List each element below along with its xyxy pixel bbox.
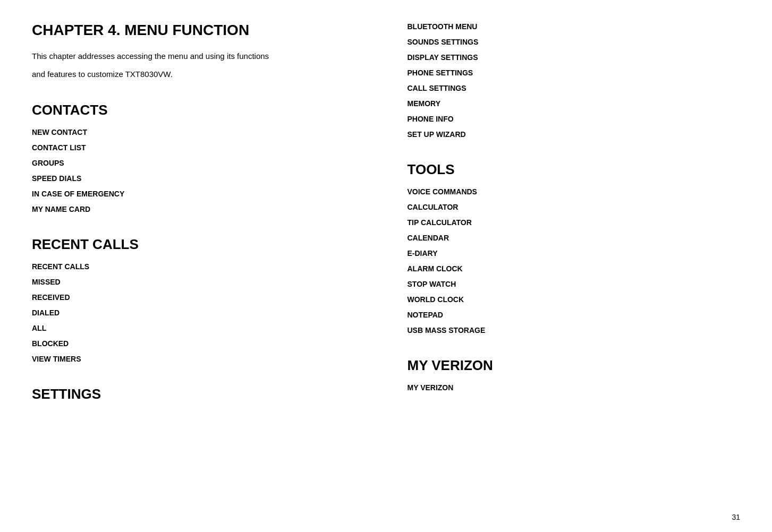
- list-item: TIP CALCULATOR: [408, 217, 741, 228]
- list-item: WORLD CLOCK: [408, 294, 741, 305]
- list-item: PHONE SETTINGS: [408, 67, 741, 79]
- list-item: VIEW TIMERS: [32, 354, 365, 365]
- list-item: MY NAME CARD: [32, 204, 365, 215]
- my-verizon-title: MY VERIZON: [408, 357, 741, 374]
- page-number: 31: [732, 513, 740, 521]
- list-item: DISPLAY SETTINGS: [408, 52, 741, 63]
- list-item: STOP WATCH: [408, 279, 741, 290]
- list-item: SPEED DIALS: [32, 173, 365, 184]
- settings-menu-items: BLUETOOTH MENUSOUNDS SETTINGSDISPLAY SET…: [408, 21, 741, 140]
- list-item: SOUNDS SETTINGS: [408, 37, 741, 48]
- intro-line2: and features to customize TXT8030VW.: [32, 68, 365, 81]
- list-item: CALENDAR: [408, 233, 741, 244]
- list-item: DIALED: [32, 307, 365, 319]
- list-item: CALL SETTINGS: [408, 83, 741, 94]
- list-item: E-DIARY: [408, 248, 741, 259]
- settings-title: SETTINGS: [32, 386, 365, 402]
- my-verizon-items: MY VERIZON: [408, 382, 741, 393]
- intro-line1: This chapter addresses accessing the men…: [32, 50, 365, 63]
- list-item: IN CASE OF EMERGENCY: [32, 188, 365, 200]
- recent-calls-section: RECENT CALLS RECENT CALLSMISSEDRECEIVEDD…: [32, 236, 365, 365]
- list-item: ALL: [32, 323, 365, 334]
- tools-items: VOICE COMMANDSCALCULATORTIP CALCULATORCA…: [408, 186, 741, 336]
- page-title: CHAPTER 4. MENU FUNCTION: [32, 21, 365, 39]
- contacts-section: CONTACTS NEW CONTACTCONTACT LISTGROUPSSP…: [32, 102, 365, 215]
- page-container: CHAPTER 4. MENU FUNCTION This chapter ad…: [32, 21, 740, 411]
- list-item: BLOCKED: [32, 338, 365, 349]
- contacts-items: NEW CONTACTCONTACT LISTGROUPSSPEED DIALS…: [32, 127, 365, 215]
- left-column: CHAPTER 4. MENU FUNCTION This chapter ad…: [32, 21, 386, 411]
- list-item: CALCULATOR: [408, 202, 741, 213]
- my-verizon-section: MY VERIZON MY VERIZON: [408, 357, 741, 393]
- list-item: SET UP WIZARD: [408, 129, 741, 140]
- tools-section: TOOLS VOICE COMMANDSCALCULATORTIP CALCUL…: [408, 161, 741, 336]
- contacts-title: CONTACTS: [32, 102, 365, 118]
- list-item: MEMORY: [408, 98, 741, 109]
- list-item: MY VERIZON: [408, 382, 741, 393]
- list-item: GROUPS: [32, 158, 365, 169]
- list-item: MISSED: [32, 277, 365, 288]
- list-item: PHONE INFO: [408, 114, 741, 125]
- recent-calls-title: RECENT CALLS: [32, 236, 365, 253]
- list-item: CONTACT LIST: [32, 142, 365, 153]
- list-item: VOICE COMMANDS: [408, 186, 741, 198]
- list-item: USB MASS STORAGE: [408, 325, 741, 336]
- list-item: RECEIVED: [32, 292, 365, 303]
- list-item: ALARM CLOCK: [408, 263, 741, 274]
- list-item: NOTEPAD: [408, 310, 741, 321]
- list-item: BLUETOOTH MENU: [408, 21, 741, 32]
- recent-calls-items: RECENT CALLSMISSEDRECEIVEDDIALEDALLBLOCK…: [32, 261, 365, 365]
- list-item: NEW CONTACT: [32, 127, 365, 138]
- list-item: RECENT CALLS: [32, 261, 365, 272]
- settings-section: SETTINGS: [32, 386, 365, 402]
- right-column: BLUETOOTH MENUSOUNDS SETTINGSDISPLAY SET…: [386, 21, 741, 411]
- tools-title: TOOLS: [408, 161, 741, 178]
